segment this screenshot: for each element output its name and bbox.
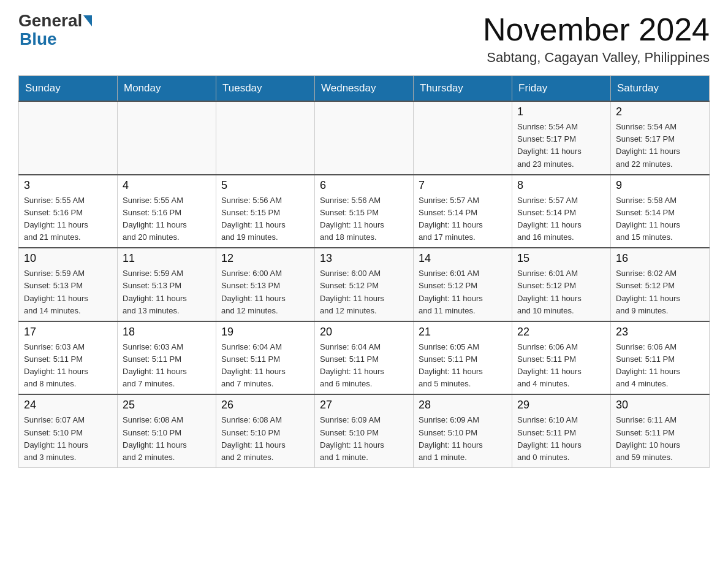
day-info: Sunrise: 5:59 AMSunset: 5:13 PMDaylight:… — [123, 267, 211, 317]
day-cell: 4Sunrise: 5:55 AMSunset: 5:16 PMDaylight… — [118, 175, 216, 248]
day-number: 23 — [616, 326, 704, 339]
day-header-saturday: Saturday — [611, 76, 710, 102]
day-header-sunday: Sunday — [19, 76, 118, 102]
day-cell: 9Sunrise: 5:58 AMSunset: 5:14 PMDaylight… — [611, 175, 710, 248]
day-cell: 1Sunrise: 5:54 AMSunset: 5:17 PMDaylight… — [512, 101, 611, 175]
day-info: Sunrise: 6:01 AMSunset: 5:12 PMDaylight:… — [419, 267, 507, 317]
day-cell: 28Sunrise: 6:09 AMSunset: 5:10 PMDayligh… — [414, 394, 512, 467]
day-info: Sunrise: 6:03 AMSunset: 5:11 PMDaylight:… — [123, 341, 211, 391]
calendar-header-row: SundayMondayTuesdayWednesdayThursdayFrid… — [19, 76, 710, 102]
day-info: Sunrise: 6:07 AMSunset: 5:10 PMDaylight:… — [24, 414, 112, 464]
day-number: 15 — [517, 252, 605, 265]
day-info: Sunrise: 6:06 AMSunset: 5:11 PMDaylight:… — [517, 341, 605, 391]
day-info: Sunrise: 6:00 AMSunset: 5:13 PMDaylight:… — [221, 267, 309, 317]
day-header-monday: Monday — [118, 76, 216, 102]
day-cell: 24Sunrise: 6:07 AMSunset: 5:10 PMDayligh… — [19, 394, 118, 467]
page-header: General Blue November 2024 Sabtang, Caga… — [18, 12, 710, 66]
day-cell: 6Sunrise: 5:56 AMSunset: 5:15 PMDaylight… — [315, 175, 414, 248]
day-info: Sunrise: 6:09 AMSunset: 5:10 PMDaylight:… — [320, 414, 408, 464]
logo-triangle-icon — [83, 15, 92, 26]
day-cell: 13Sunrise: 6:00 AMSunset: 5:12 PMDayligh… — [315, 248, 414, 321]
day-info: Sunrise: 6:04 AMSunset: 5:11 PMDaylight:… — [320, 341, 408, 391]
day-info: Sunrise: 6:10 AMSunset: 5:11 PMDaylight:… — [517, 414, 605, 464]
day-number: 22 — [517, 326, 605, 339]
day-number: 14 — [419, 252, 507, 265]
day-number: 28 — [419, 399, 507, 412]
day-number: 29 — [517, 399, 605, 412]
day-number: 25 — [123, 399, 211, 412]
logo-general-text: General — [18, 12, 82, 29]
day-cell: 22Sunrise: 6:06 AMSunset: 5:11 PMDayligh… — [512, 321, 611, 395]
day-cell: 27Sunrise: 6:09 AMSunset: 5:10 PMDayligh… — [315, 394, 414, 467]
day-info: Sunrise: 6:05 AMSunset: 5:11 PMDaylight:… — [419, 341, 507, 391]
day-cell: 12Sunrise: 6:00 AMSunset: 5:13 PMDayligh… — [216, 248, 315, 321]
day-info: Sunrise: 5:57 AMSunset: 5:14 PMDaylight:… — [419, 194, 507, 244]
day-cell: 10Sunrise: 5:59 AMSunset: 5:13 PMDayligh… — [19, 248, 118, 321]
day-number: 3 — [24, 179, 112, 192]
day-number: 5 — [221, 179, 309, 192]
day-info: Sunrise: 5:57 AMSunset: 5:14 PMDaylight:… — [517, 194, 605, 244]
day-header-thursday: Thursday — [414, 76, 512, 102]
day-info: Sunrise: 6:08 AMSunset: 5:10 PMDaylight:… — [221, 414, 309, 464]
day-cell: 21Sunrise: 6:05 AMSunset: 5:11 PMDayligh… — [414, 321, 512, 395]
day-cell: 19Sunrise: 6:04 AMSunset: 5:11 PMDayligh… — [216, 321, 315, 395]
day-cell — [216, 101, 315, 175]
week-row-4: 17Sunrise: 6:03 AMSunset: 5:11 PMDayligh… — [19, 321, 710, 395]
month-title: November 2024 — [483, 12, 710, 47]
day-number: 20 — [320, 326, 408, 339]
day-number: 4 — [123, 179, 211, 192]
day-info: Sunrise: 5:54 AMSunset: 5:17 PMDaylight:… — [517, 121, 605, 170]
week-row-3: 10Sunrise: 5:59 AMSunset: 5:13 PMDayligh… — [19, 248, 710, 321]
day-cell: 17Sunrise: 6:03 AMSunset: 5:11 PMDayligh… — [19, 321, 118, 395]
day-cell — [118, 101, 216, 175]
day-info: Sunrise: 6:08 AMSunset: 5:10 PMDaylight:… — [123, 414, 211, 464]
day-info: Sunrise: 5:58 AMSunset: 5:14 PMDaylight:… — [616, 194, 704, 244]
day-number: 18 — [123, 326, 211, 339]
week-row-1: 1Sunrise: 5:54 AMSunset: 5:17 PMDaylight… — [19, 101, 710, 175]
day-number: 8 — [517, 179, 605, 192]
day-number: 19 — [221, 326, 309, 339]
week-row-2: 3Sunrise: 5:55 AMSunset: 5:16 PMDaylight… — [19, 175, 710, 248]
day-info: Sunrise: 5:56 AMSunset: 5:15 PMDaylight:… — [221, 194, 309, 244]
week-row-5: 24Sunrise: 6:07 AMSunset: 5:10 PMDayligh… — [19, 394, 710, 467]
day-cell: 20Sunrise: 6:04 AMSunset: 5:11 PMDayligh… — [315, 321, 414, 395]
day-cell: 8Sunrise: 5:57 AMSunset: 5:14 PMDaylight… — [512, 175, 611, 248]
day-cell: 14Sunrise: 6:01 AMSunset: 5:12 PMDayligh… — [414, 248, 512, 321]
day-number: 21 — [419, 326, 507, 339]
logo: General — [18, 12, 93, 29]
day-info: Sunrise: 6:00 AMSunset: 5:12 PMDaylight:… — [320, 267, 408, 317]
day-cell: 25Sunrise: 6:08 AMSunset: 5:10 PMDayligh… — [118, 394, 216, 467]
day-cell: 30Sunrise: 6:11 AMSunset: 5:11 PMDayligh… — [611, 394, 710, 467]
logo-area: General Blue — [18, 12, 93, 49]
day-number: 26 — [221, 399, 309, 412]
day-info: Sunrise: 5:56 AMSunset: 5:15 PMDaylight:… — [320, 194, 408, 244]
day-cell: 16Sunrise: 6:02 AMSunset: 5:12 PMDayligh… — [611, 248, 710, 321]
logo-blue-text: Blue — [20, 29, 57, 49]
day-cell: 23Sunrise: 6:06 AMSunset: 5:11 PMDayligh… — [611, 321, 710, 395]
day-info: Sunrise: 6:02 AMSunset: 5:12 PMDaylight:… — [616, 267, 704, 317]
day-cell: 11Sunrise: 5:59 AMSunset: 5:13 PMDayligh… — [118, 248, 216, 321]
day-cell: 5Sunrise: 5:56 AMSunset: 5:15 PMDaylight… — [216, 175, 315, 248]
day-info: Sunrise: 6:01 AMSunset: 5:12 PMDaylight:… — [517, 267, 605, 317]
day-number: 30 — [616, 399, 704, 412]
day-info: Sunrise: 5:55 AMSunset: 5:16 PMDaylight:… — [24, 194, 112, 244]
day-cell — [414, 101, 512, 175]
day-cell: 15Sunrise: 6:01 AMSunset: 5:12 PMDayligh… — [512, 248, 611, 321]
day-cell: 29Sunrise: 6:10 AMSunset: 5:11 PMDayligh… — [512, 394, 611, 467]
day-info: Sunrise: 6:09 AMSunset: 5:10 PMDaylight:… — [419, 414, 507, 464]
day-number: 2 — [616, 105, 704, 118]
day-number: 13 — [320, 252, 408, 265]
day-number: 24 — [24, 399, 112, 412]
day-number: 6 — [320, 179, 408, 192]
day-info: Sunrise: 6:11 AMSunset: 5:11 PMDaylight:… — [616, 414, 704, 464]
day-number: 11 — [123, 252, 211, 265]
calendar-table: SundayMondayTuesdayWednesdayThursdayFrid… — [18, 75, 710, 468]
day-header-friday: Friday — [512, 76, 611, 102]
day-number: 7 — [419, 179, 507, 192]
day-cell: 3Sunrise: 5:55 AMSunset: 5:16 PMDaylight… — [19, 175, 118, 248]
title-area: November 2024 Sabtang, Cagayan Valley, P… — [483, 12, 710, 66]
day-number: 16 — [616, 252, 704, 265]
day-info: Sunrise: 6:04 AMSunset: 5:11 PMDaylight:… — [221, 341, 309, 391]
day-info: Sunrise: 5:54 AMSunset: 5:17 PMDaylight:… — [616, 121, 704, 170]
day-info: Sunrise: 6:03 AMSunset: 5:11 PMDaylight:… — [24, 341, 112, 391]
